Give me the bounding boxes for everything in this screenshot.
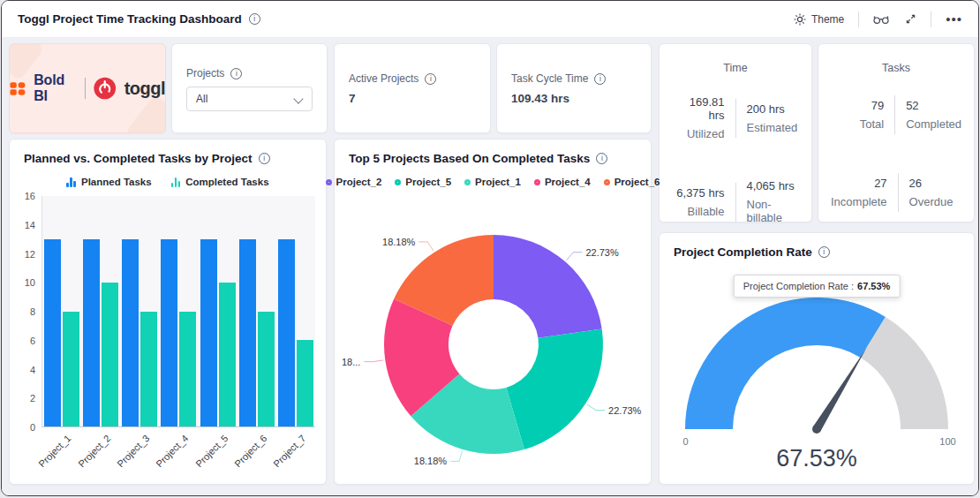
donut-chart[interactable]: 22.73%22.73%18.18%18...18.18%: [335, 192, 652, 482]
tasks-completed-label: Completed: [906, 117, 961, 131]
projects-filter-label-row: Projects: [186, 67, 313, 79]
info-icon[interactable]: [259, 153, 270, 164]
donut-label-line: [450, 451, 462, 462]
legend-item-Project_4[interactable]: Project_4: [534, 177, 591, 187]
donut-label-line: [587, 404, 605, 411]
bar-chart-legend-icon: [171, 177, 181, 187]
bar-completed-tasks[interactable]: [140, 312, 157, 427]
time-nonbillable-value: 4,065 hrs: [747, 179, 800, 192]
dashboard-window: Toggl Project Time Tracking Dashboard Th…: [1, 0, 979, 496]
x-axis-label: Project_4: [159, 427, 198, 477]
donut-chart-legend: Project_2Project_5Project_1Project_4Proj…: [335, 177, 651, 187]
legend-item-Project_1[interactable]: Project_1: [464, 177, 521, 187]
bar-completed-tasks[interactable]: [179, 312, 196, 427]
legend-item-Project_2[interactable]: Project_2: [326, 177, 382, 187]
task-cycle-time-card: Task Cycle Time 109.43 hrs: [496, 43, 652, 133]
gauge-track-arc: [873, 337, 924, 429]
time-estimated-label: Estimated: [747, 121, 800, 134]
bar-planned-tasks[interactable]: [278, 239, 295, 426]
legend-item-Project_5[interactable]: Project_5: [395, 177, 451, 187]
tasks-total-label: Total: [831, 117, 884, 131]
donut-label-line: [567, 253, 583, 260]
bar-planned-tasks[interactable]: [83, 239, 100, 426]
donut-legend-icon: [395, 179, 401, 185]
bar-planned-tasks[interactable]: [200, 239, 217, 426]
bar-group: [83, 196, 118, 426]
tasks-overdue-cell: 26 Overdue: [909, 177, 961, 208]
donut-label-line: [364, 360, 383, 362]
bar-planned-tasks[interactable]: [161, 239, 177, 426]
donut-point-label: 18.18%: [382, 237, 416, 247]
bar-chart-header: Planned vs. Completed Tasks by Project: [10, 140, 326, 165]
bar-completed-tasks[interactable]: [258, 312, 275, 427]
y-axis: 1614121086420: [19, 196, 41, 479]
legend-label: Planned Tasks: [81, 177, 152, 187]
active-projects-label: Active Projects: [349, 72, 418, 85]
info-icon[interactable]: [249, 13, 260, 25]
plot-column: Project_1Project_2Project_3Project_4Proj…: [41, 196, 315, 479]
bar-chart-title: Planned vs. Completed Tasks by Project: [24, 152, 253, 165]
time-nonbillable-label: Non-billable: [747, 198, 800, 224]
bar-planned-tasks[interactable]: [122, 239, 139, 426]
tasks-overdue-label: Overdue: [909, 195, 961, 208]
y-axis-tick: 14: [25, 220, 35, 230]
bar-completed-tasks[interactable]: [102, 283, 118, 426]
bar-group: [44, 196, 79, 426]
tasks-overdue-value: 26: [909, 177, 961, 190]
time-billable-label: Billable: [672, 205, 725, 218]
active-projects-label-row: Active Projects: [349, 72, 476, 85]
donut-point-label: 18.18%: [414, 456, 448, 466]
donut-point-label: 22.73%: [585, 247, 619, 258]
x-axis-label: Project_1: [41, 427, 80, 477]
bar-planned-tasks[interactable]: [239, 239, 256, 426]
info-icon[interactable]: [594, 73, 606, 85]
gauge-needle: [813, 348, 867, 432]
fullscreen-button[interactable]: [903, 11, 918, 26]
logo-divider: [85, 78, 86, 99]
time-utilized-value: 169.81 hrs: [672, 95, 725, 122]
tasks-completed-cell: 52 Completed: [906, 99, 961, 131]
bar-completed-tasks[interactable]: [63, 312, 79, 427]
y-axis-tick: 16: [25, 191, 35, 201]
time-estimated-value: 200 hrs: [747, 102, 800, 116]
divider: [735, 99, 736, 138]
donut-chart-header: Top 5 Projects Based On Completed Tasks: [335, 140, 651, 165]
theme-button[interactable]: Theme: [792, 11, 846, 27]
projects-select-value: All: [196, 93, 207, 105]
bar-chart-plot-area[interactable]: 1614121086420 Project_1Project_2Project_…: [19, 196, 315, 479]
donut-slice-Project_5[interactable]: [506, 328, 603, 449]
time-utilized-cell: 169.81 hrs Utilized: [672, 95, 725, 140]
legend-item-planned-tasks[interactable]: Planned Tasks: [66, 177, 151, 187]
project-completion-rate-card: Project Completion Rate Project Completi…: [659, 232, 975, 485]
legend-label: Project_5: [405, 177, 451, 187]
gauge-chart[interactable]: 0100: [667, 295, 968, 454]
projects-select[interactable]: All: [186, 87, 313, 111]
gauge-chart-header: Project Completion Rate: [660, 233, 974, 259]
preview-button[interactable]: [871, 12, 891, 26]
bar-completed-tasks[interactable]: [297, 340, 313, 426]
bar-completed-tasks[interactable]: [219, 283, 236, 426]
info-icon[interactable]: [596, 153, 607, 164]
legend-label: Project_6: [614, 177, 660, 187]
divider: [898, 173, 899, 212]
tasks-row-2: 27 Incomplete 26 Overdue: [818, 173, 974, 212]
tasks-incomplete-cell: 27 Incomplete: [831, 177, 887, 208]
header-actions: Theme: [792, 11, 964, 27]
tasks-card-title: Tasks: [818, 62, 974, 74]
gauge-chart-title: Project Completion Rate: [674, 245, 812, 259]
bar-group: [278, 196, 313, 426]
bar-plot: [41, 196, 315, 427]
info-icon[interactable]: [818, 246, 830, 258]
info-icon[interactable]: [230, 68, 242, 79]
bar-planned-tasks[interactable]: [44, 239, 61, 426]
info-icon[interactable]: [425, 73, 436, 85]
more-button[interactable]: •••: [944, 14, 964, 25]
gauge-value: 67.53%: [660, 445, 974, 472]
expand-icon: [905, 13, 916, 25]
time-estimated-cell: 200 hrs Estimated: [747, 102, 800, 134]
gauge-needle-base: [812, 425, 821, 434]
legend-item-Project_6[interactable]: Project_6: [604, 177, 660, 187]
x-axis-label: Project_7: [276, 427, 315, 477]
active-projects-card: Active Projects 7: [334, 43, 491, 133]
legend-item-completed-tasks[interactable]: Completed Tasks: [171, 177, 269, 187]
